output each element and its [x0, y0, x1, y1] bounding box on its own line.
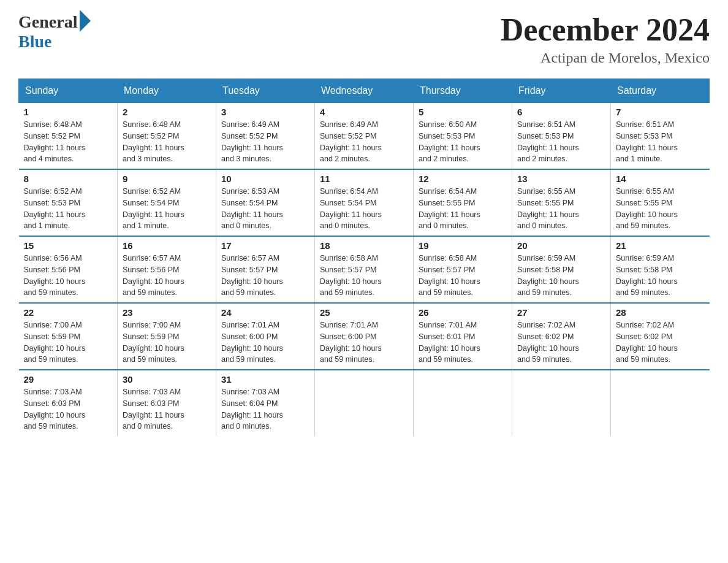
col-saturday: Saturday — [611, 79, 710, 103]
day-number: 25 — [320, 307, 408, 318]
day-info: Sunrise: 6:55 AM Sunset: 5:55 PM Dayligh… — [616, 186, 705, 232]
day-number: 22 — [24, 307, 113, 318]
day-number: 12 — [419, 174, 507, 184]
table-row: 29Sunrise: 7:03 AM Sunset: 6:03 PM Dayli… — [19, 370, 118, 436]
day-number: 4 — [320, 107, 408, 117]
table-row: 6Sunrise: 6:51 AM Sunset: 5:53 PM Daylig… — [512, 103, 611, 170]
table-row: 30Sunrise: 7:03 AM Sunset: 6:03 PM Dayli… — [118, 370, 216, 436]
day-info: Sunrise: 6:57 AM Sunset: 5:56 PM Dayligh… — [123, 253, 211, 299]
day-number: 3 — [221, 107, 309, 117]
day-info: Sunrise: 6:55 AM Sunset: 5:55 PM Dayligh… — [517, 186, 605, 232]
day-info: Sunrise: 6:50 AM Sunset: 5:53 PM Dayligh… — [419, 119, 507, 165]
day-info: Sunrise: 7:01 AM Sunset: 6:00 PM Dayligh… — [221, 320, 309, 366]
table-row: 21Sunrise: 6:59 AM Sunset: 5:58 PM Dayli… — [611, 236, 710, 303]
logo-blue-text: Blue — [18, 32, 51, 52]
table-row: 16Sunrise: 6:57 AM Sunset: 5:56 PM Dayli… — [118, 236, 216, 303]
day-info: Sunrise: 6:52 AM Sunset: 5:54 PM Dayligh… — [123, 186, 211, 232]
table-row: 2Sunrise: 6:48 AM Sunset: 5:52 PM Daylig… — [118, 103, 216, 170]
day-info: Sunrise: 6:49 AM Sunset: 5:52 PM Dayligh… — [221, 119, 309, 165]
day-info: Sunrise: 6:49 AM Sunset: 5:52 PM Dayligh… — [320, 119, 408, 165]
day-number: 24 — [221, 307, 309, 318]
day-info: Sunrise: 6:52 AM Sunset: 5:53 PM Dayligh… — [24, 186, 113, 232]
day-number: 27 — [517, 307, 605, 318]
table-row: 22Sunrise: 7:00 AM Sunset: 5:59 PM Dayli… — [19, 303, 118, 370]
table-row — [315, 370, 414, 436]
day-info: Sunrise: 7:03 AM Sunset: 6:04 PM Dayligh… — [221, 386, 309, 432]
day-number: 29 — [24, 374, 113, 385]
table-row: 8Sunrise: 6:52 AM Sunset: 5:53 PM Daylig… — [19, 169, 118, 236]
table-row: 7Sunrise: 6:51 AM Sunset: 5:53 PM Daylig… — [611, 103, 710, 170]
title-section: December 2024 Actipan de Morelos, Mexico — [501, 12, 710, 66]
location-title: Actipan de Morelos, Mexico — [501, 50, 710, 66]
col-monday: Monday — [118, 79, 216, 103]
table-row: 28Sunrise: 7:02 AM Sunset: 6:02 PM Dayli… — [611, 303, 710, 370]
table-row: 15Sunrise: 6:56 AM Sunset: 5:56 PM Dayli… — [19, 236, 118, 303]
table-row: 31Sunrise: 7:03 AM Sunset: 6:04 PM Dayli… — [216, 370, 315, 436]
table-row: 14Sunrise: 6:55 AM Sunset: 5:55 PM Dayli… — [611, 169, 710, 236]
table-row: 9Sunrise: 6:52 AM Sunset: 5:54 PM Daylig… — [118, 169, 216, 236]
table-row: 17Sunrise: 6:57 AM Sunset: 5:57 PM Dayli… — [216, 236, 315, 303]
day-info: Sunrise: 6:59 AM Sunset: 5:58 PM Dayligh… — [517, 253, 605, 299]
table-row: 12Sunrise: 6:54 AM Sunset: 5:55 PM Dayli… — [414, 169, 512, 236]
col-friday: Friday — [512, 79, 611, 103]
calendar-week-row: 29Sunrise: 7:03 AM Sunset: 6:03 PM Dayli… — [19, 370, 710, 436]
table-row: 1Sunrise: 6:48 AM Sunset: 5:52 PM Daylig… — [19, 103, 118, 170]
day-number: 7 — [616, 107, 705, 117]
day-number: 28 — [616, 307, 705, 318]
day-info: Sunrise: 7:02 AM Sunset: 6:02 PM Dayligh… — [616, 320, 705, 366]
day-info: Sunrise: 6:58 AM Sunset: 5:57 PM Dayligh… — [320, 253, 408, 299]
col-thursday: Thursday — [414, 79, 512, 103]
day-info: Sunrise: 6:48 AM Sunset: 5:52 PM Dayligh… — [24, 119, 113, 165]
table-row: 18Sunrise: 6:58 AM Sunset: 5:57 PM Dayli… — [315, 236, 414, 303]
day-number: 20 — [517, 240, 605, 251]
col-tuesday: Tuesday — [216, 79, 315, 103]
day-info: Sunrise: 6:51 AM Sunset: 5:53 PM Dayligh… — [616, 119, 705, 165]
table-row: 23Sunrise: 7:00 AM Sunset: 5:59 PM Dayli… — [118, 303, 216, 370]
day-number: 9 — [123, 174, 211, 184]
calendar-week-row: 15Sunrise: 6:56 AM Sunset: 5:56 PM Dayli… — [19, 236, 710, 303]
calendar-week-row: 22Sunrise: 7:00 AM Sunset: 5:59 PM Dayli… — [19, 303, 710, 370]
page-header: General Blue December 2024 Actipan de Mo… — [18, 12, 710, 66]
day-number: 19 — [419, 240, 507, 251]
day-number: 31 — [221, 374, 309, 385]
day-info: Sunrise: 7:03 AM Sunset: 6:03 PM Dayligh… — [123, 386, 211, 432]
table-row: 4Sunrise: 6:49 AM Sunset: 5:52 PM Daylig… — [315, 103, 414, 170]
day-info: Sunrise: 6:53 AM Sunset: 5:54 PM Dayligh… — [221, 186, 309, 232]
day-number: 6 — [517, 107, 605, 117]
col-wednesday: Wednesday — [315, 79, 414, 103]
day-number: 15 — [24, 240, 113, 251]
calendar-table: Sunday Monday Tuesday Wednesday Thursday… — [18, 79, 710, 436]
table-row — [414, 370, 512, 436]
day-info: Sunrise: 7:01 AM Sunset: 6:00 PM Dayligh… — [320, 320, 408, 366]
day-info: Sunrise: 6:58 AM Sunset: 5:57 PM Dayligh… — [419, 253, 507, 299]
calendar-week-row: 1Sunrise: 6:48 AM Sunset: 5:52 PM Daylig… — [19, 103, 710, 170]
day-number: 30 — [123, 374, 211, 385]
day-info: Sunrise: 7:03 AM Sunset: 6:03 PM Dayligh… — [24, 386, 113, 432]
day-number: 2 — [123, 107, 211, 117]
day-number: 16 — [123, 240, 211, 251]
day-number: 23 — [123, 307, 211, 318]
logo-arrow-icon — [80, 10, 91, 32]
day-number: 26 — [419, 307, 507, 318]
day-info: Sunrise: 6:57 AM Sunset: 5:57 PM Dayligh… — [221, 253, 309, 299]
logo-general-text: General — [18, 12, 77, 32]
day-info: Sunrise: 6:48 AM Sunset: 5:52 PM Dayligh… — [123, 119, 211, 165]
day-number: 8 — [24, 174, 113, 184]
day-number: 11 — [320, 174, 408, 184]
table-row: 26Sunrise: 7:01 AM Sunset: 6:01 PM Dayli… — [414, 303, 512, 370]
table-row: 10Sunrise: 6:53 AM Sunset: 5:54 PM Dayli… — [216, 169, 315, 236]
day-info: Sunrise: 6:51 AM Sunset: 5:53 PM Dayligh… — [517, 119, 605, 165]
col-sunday: Sunday — [19, 79, 118, 103]
day-info: Sunrise: 6:56 AM Sunset: 5:56 PM Dayligh… — [24, 253, 113, 299]
day-info: Sunrise: 7:00 AM Sunset: 5:59 PM Dayligh… — [24, 320, 113, 366]
logo: General Blue — [18, 12, 91, 52]
calendar-header-row: Sunday Monday Tuesday Wednesday Thursday… — [19, 79, 710, 103]
day-number: 5 — [419, 107, 507, 117]
day-info: Sunrise: 6:59 AM Sunset: 5:58 PM Dayligh… — [616, 253, 705, 299]
table-row: 25Sunrise: 7:01 AM Sunset: 6:00 PM Dayli… — [315, 303, 414, 370]
table-row — [611, 370, 710, 436]
day-info: Sunrise: 6:54 AM Sunset: 5:54 PM Dayligh… — [320, 186, 408, 232]
table-row: 5Sunrise: 6:50 AM Sunset: 5:53 PM Daylig… — [414, 103, 512, 170]
day-number: 17 — [221, 240, 309, 251]
calendar-week-row: 8Sunrise: 6:52 AM Sunset: 5:53 PM Daylig… — [19, 169, 710, 236]
